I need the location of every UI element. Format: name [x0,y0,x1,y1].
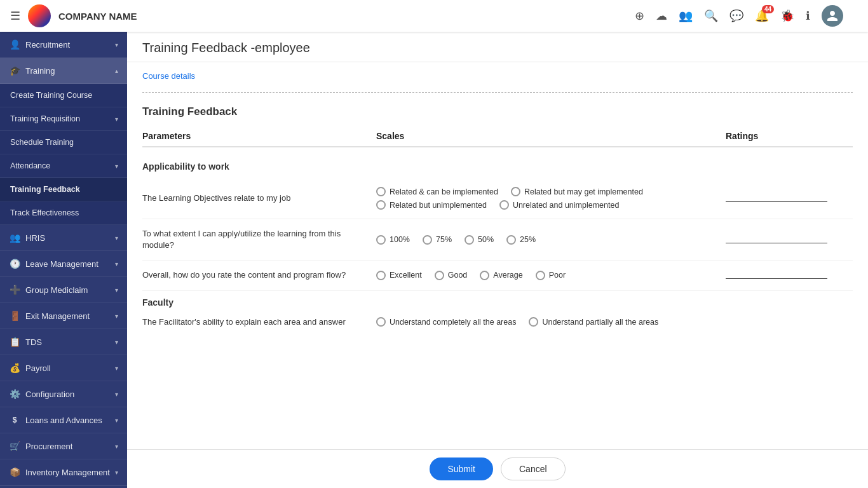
q2-option-2[interactable]: 75% [423,235,452,245]
sidebar-item-create-training-course[interactable]: Create Training Course [0,84,127,107]
q1-option-4[interactable]: Unrelated and unimplemented [499,200,619,210]
q2-option-1[interactable]: 100% [376,235,410,245]
chevron-training: ▴ [115,67,118,74]
chevron-exit: ▾ [115,313,118,320]
q4-label-1: Understand completely all the areas [390,318,516,327]
bug-icon[interactable]: 🐞 [780,9,794,23]
q4-option-1[interactable]: Understand completely all the areas [376,317,516,327]
q3-option-3[interactable]: Average [480,271,522,280]
q1-row-1: Related & can be implemented Related but… [376,187,726,196]
user-avatar[interactable] [822,5,843,27]
sidebar: 👤 Recruitment ▾ 🎓 Training ▴ Create Trai… [0,32,127,488]
sidebar-item-hris[interactable]: 👥 HRIS ▾ [0,225,127,251]
share-icon[interactable]: ⊕ [635,9,644,23]
sidebar-label-create-training-course: Create Training Course [10,91,92,100]
config-icon: ⚙️ [9,388,20,400]
q2-row-1: 100% 75% 50% [376,235,726,245]
sidebar-label-inventory-management: Inventory Management [25,468,110,477]
chevron-payroll: ▾ [115,365,118,372]
sidebar-item-configuration[interactable]: ⚙️ Configuration ▾ [0,381,127,407]
sidebar-item-inventory-management[interactable]: 📦 Inventory Management ▾ [0,459,127,485]
cloud-icon[interactable]: ☁ [656,9,667,23]
q1-label-1: Related & can be implemented [390,187,498,196]
sidebar-item-payroll[interactable]: 💰 Payroll ▾ [0,355,127,381]
sidebar-item-leave-management[interactable]: 🕐 Leave Management ▾ [0,251,127,277]
cancel-button[interactable]: Cancel [501,458,566,480]
q3-label-4: Poor [549,271,566,280]
q2-option-4[interactable]: 25% [506,235,536,245]
q1-row-2: Related but unimplemented Unrelated and … [376,200,726,210]
search-icon[interactable]: 🔍 [704,9,718,23]
q4-option-2[interactable]: Understand partially all the areas [529,317,658,327]
header-scales: Scales [376,131,726,141]
radio-circle [376,187,386,196]
q1-label-2: Related but may get implemented [524,187,643,196]
inventory-icon: 📦 [9,466,20,478]
feedback-table: Parameters Scales Ratings Applicability … [142,126,853,337]
info-icon[interactable]: ℹ [806,9,810,23]
sidebar-label-exit-management: Exit Management [25,311,90,321]
section-label-applicability: Applicability to work [142,152,853,178]
menu-toggle[interactable]: ☰ [10,9,20,23]
q2-option-3[interactable]: 50% [465,235,494,245]
question-2-options: 100% 75% 50% [376,235,726,245]
radio-circle [511,187,520,196]
feedback-row-3: Overall, how do you rate the content and… [142,261,853,290]
sidebar-item-recruitment[interactable]: 👤 Recruitment ▾ [0,32,127,58]
q3-rating [726,272,853,279]
sidebar-item-training-requisition[interactable]: Training Requisition ▾ [0,107,127,131]
notifications-icon[interactable]: 🔔 44 [755,9,769,23]
feedback-row-2: To what extent I can apply/utilize the l… [142,219,853,261]
feedback-section-title: Training Feedback [142,95,853,126]
sidebar-item-schedule-training[interactable]: Schedule Training [0,131,127,154]
loans-icon: $ [9,414,20,426]
q3-label-1: Excellent [390,271,422,280]
tds-icon: 📋 [9,336,20,348]
chevron-attendance: ▾ [115,163,118,170]
sidebar-item-track-effectiveness[interactable]: Track Effectiveness [0,201,127,225]
radio-circle [480,271,489,280]
sidebar-item-loans-advances[interactable]: $ Loans and Advances ▾ [0,407,127,433]
q1-option-1[interactable]: Related & can be implemented [376,187,498,196]
company-name: COMPANY NAME [58,11,137,22]
people-icon[interactable]: 👥 [679,9,693,23]
table-header-row: Parameters Scales Ratings [142,126,853,147]
radio-circle [423,235,432,245]
q1-option-2[interactable]: Related but may get implemented [511,187,643,196]
q3-option-2[interactable]: Good [435,271,468,280]
sidebar-label-recruitment: Recruitment [25,40,70,50]
chat-icon[interactable]: 💬 [729,9,743,23]
q3-option-4[interactable]: Poor [536,271,566,280]
sidebar-item-attendance[interactable]: Attendance ▾ [0,154,127,178]
sidebar-item-exit-management[interactable]: 🚪 Exit Management ▾ [0,303,127,329]
question-3-options: Excellent Good Average [376,271,726,280]
submit-button[interactable]: Submit [430,458,493,480]
chevron-procurement: ▾ [115,443,118,450]
radio-circle [376,271,386,280]
q3-option-1[interactable]: Excellent [376,271,422,280]
sidebar-item-tds[interactable]: 📋 TDS ▾ [0,329,127,355]
feedback-row-1: The Learning Objectives relate to my job… [142,178,853,219]
course-details-link[interactable]: Course details [142,62,853,87]
sidebar-item-procurement[interactable]: 🛒 Procurement ▾ [0,433,127,459]
user-menu-chevron[interactable]: ▾ [855,13,858,20]
sidebar-label-hris: HRIS [25,233,45,243]
sidebar-item-training-feedback[interactable]: Training Feedback [0,178,127,201]
question-3-text: Overall, how do you rate the content and… [142,269,376,281]
payroll-icon: 💰 [9,362,20,374]
sidebar-label-attendance: Attendance [10,161,50,170]
sidebar-label-configuration: Configuration [25,390,74,399]
sidebar-item-group-mediclaim[interactable]: ➕ Group Mediclaim ▾ [0,277,127,303]
radio-circle [465,235,474,245]
procurement-icon: 🛒 [9,440,20,452]
q1-option-3[interactable]: Related but unimplemented [376,200,487,210]
q1-rating [726,195,853,202]
radio-circle [499,200,509,210]
sidebar-item-training[interactable]: 🎓 Training ▴ [0,58,127,84]
bottom-action-bar: Submit Cancel [127,449,868,488]
sidebar-label-training-requisition: Training Requisition [10,114,80,123]
question-4-text: The Facilitator's ability to explain eac… [142,316,376,328]
radio-circle [506,235,516,245]
course-details-section: Course details [142,62,853,93]
section-label-faculty: Faculty [142,291,853,308]
